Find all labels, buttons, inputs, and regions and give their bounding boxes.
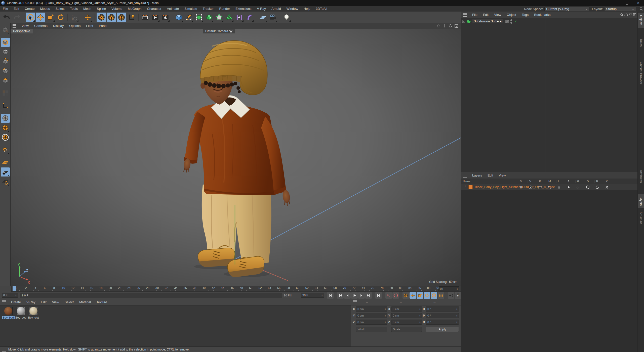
scale-dropdown[interactable]: Scale⌄ xyxy=(391,327,422,332)
key-scale-button[interactable] xyxy=(417,292,423,299)
menu-panel[interactable]: Panel xyxy=(96,23,110,29)
workplane-lock-button[interactable] xyxy=(1,167,10,177)
menu-v-ray[interactable]: V-Ray xyxy=(254,6,269,12)
render-view-button[interactable] xyxy=(140,13,150,22)
animation-flag-icon[interactable] xyxy=(566,185,575,189)
side-tab-structure[interactable]: Structure xyxy=(638,209,644,227)
undo-button[interactable] xyxy=(2,13,12,22)
menu-display[interactable]: Display xyxy=(50,23,67,29)
axis-z-button[interactable]: Z xyxy=(117,13,126,22)
menu-view[interactable]: View xyxy=(496,173,508,178)
end-frame-field[interactable]: 90 F ▴▾ xyxy=(301,293,324,298)
key-position-button[interactable] xyxy=(410,292,416,299)
magnet-tool-button[interactable] xyxy=(1,145,10,154)
bevel-generator-button[interactable] xyxy=(204,13,214,22)
spinner-icon[interactable]: ▴▾ xyxy=(456,321,457,323)
subdivision-surface-button[interactable] xyxy=(194,13,204,22)
side-tab-takes[interactable]: Takes xyxy=(638,36,644,49)
spinner-icon[interactable]: ▴▾ xyxy=(385,314,386,317)
minimal-timeline-button[interactable] xyxy=(455,292,461,299)
object-row[interactable]: Subdivision Surface ✓ xyxy=(461,19,638,24)
view-flag-icon[interactable] xyxy=(528,185,537,189)
home-icon[interactable] xyxy=(624,13,628,17)
menu-spline[interactable]: Spline xyxy=(94,6,109,12)
filter-icon[interactable] xyxy=(628,13,632,17)
menu-window[interactable]: Window xyxy=(284,6,301,12)
menu-options[interactable]: Options xyxy=(66,23,83,29)
dolly-view-icon[interactable] xyxy=(441,24,447,28)
model-mode-button[interactable] xyxy=(1,38,10,47)
material-thumbnail-tan-sphere[interactable] xyxy=(29,307,38,315)
keyframe-options-button[interactable] xyxy=(403,292,409,299)
menu-view[interactable]: View xyxy=(491,12,504,18)
record-keyframe-button[interactable] xyxy=(385,292,392,299)
snap-2d-button[interactable]: S xyxy=(1,123,10,132)
prev-key-button[interactable] xyxy=(337,292,344,299)
coordinate-field[interactable]: 0 cm▴▾ xyxy=(356,313,387,318)
workplane-axis-button[interactable] xyxy=(1,101,10,110)
side-tab-attributes[interactable]: Attributes xyxy=(638,167,644,185)
material-name[interactable]: Boy_clot xyxy=(28,316,39,319)
xref-flag-icon[interactable] xyxy=(604,185,614,189)
expressions-flag-icon[interactable] xyxy=(594,185,604,189)
menu-file[interactable]: File xyxy=(469,12,480,18)
menu-simulate[interactable]: Simulate xyxy=(182,6,200,12)
next-key-button[interactable] xyxy=(365,292,372,299)
timeline-slider[interactable]: ‖ 0 F xyxy=(20,293,282,298)
menu-tools[interactable]: Tools xyxy=(67,6,80,12)
minimize-button[interactable]: — xyxy=(610,0,621,6)
play-button[interactable] xyxy=(351,292,358,299)
camera-object-button[interactable] xyxy=(268,13,278,22)
menu-mesh[interactable]: Mesh xyxy=(80,6,94,12)
menu-filter[interactable]: Filter xyxy=(83,23,96,29)
material-item[interactable]: Boy_bod xyxy=(15,307,27,319)
menu-render[interactable]: Render xyxy=(216,6,233,12)
menu-bookmarks[interactable]: Bookmarks xyxy=(531,12,553,18)
rotate-view-icon[interactable] xyxy=(447,24,453,28)
menu-mograph[interactable]: MoGraph xyxy=(125,6,144,12)
render-settings-button[interactable] xyxy=(160,13,170,22)
render-picture-viewer-button[interactable] xyxy=(150,13,160,22)
cloner-button[interactable] xyxy=(224,13,234,22)
spinner-icon[interactable]: ▴▾ xyxy=(419,321,420,323)
solo-flag-icon[interactable] xyxy=(518,185,528,189)
side-tab-objects[interactable]: Objects xyxy=(638,13,644,28)
rotate-button[interactable] xyxy=(56,13,65,22)
key-pla-button[interactable] xyxy=(438,292,444,299)
deformers-flag-icon[interactable] xyxy=(585,185,594,189)
world-dropdown[interactable]: World⌄ xyxy=(356,327,387,332)
menu-animate[interactable]: Animate xyxy=(164,6,182,12)
generators-flag-icon[interactable] xyxy=(575,185,585,189)
spinner-icon[interactable]: ▴▾ xyxy=(457,288,458,290)
viewport-menu-icon[interactable] xyxy=(13,24,16,28)
layer-row[interactable]: └ Black_Baby_Boy_Light_Skinned_Outdoor_S… xyxy=(461,184,638,190)
lock-flag-icon[interactable] xyxy=(556,185,566,189)
spinner-icon[interactable]: ▴▾ xyxy=(456,308,457,310)
move-button[interactable] xyxy=(36,13,45,22)
menu-volume[interactable]: Volume xyxy=(109,6,125,12)
prev-frame-button[interactable] xyxy=(344,292,351,299)
snap-toggle-button[interactable]: S xyxy=(1,114,10,123)
view-label[interactable]: Perspective xyxy=(11,29,33,33)
scale-button[interactable] xyxy=(46,13,55,22)
menu-tracker[interactable]: Tracker xyxy=(200,6,217,12)
coordinate-field[interactable]: 0 °▴▾ xyxy=(426,313,459,318)
menu-view[interactable]: View xyxy=(19,23,31,29)
edge-mode-button[interactable] xyxy=(1,66,10,75)
menu-create[interactable]: Create xyxy=(22,6,37,12)
coordinate-field[interactable]: 0 cm▴▾ xyxy=(391,320,422,325)
polygon-mode-button[interactable] xyxy=(1,76,10,85)
menu-edit[interactable]: Edit xyxy=(11,6,22,12)
render-flag-icon[interactable] xyxy=(537,185,547,189)
viewport[interactable]: ViewCamerasDisplayOptionsFilterPanel xyxy=(11,23,461,286)
viewport-scene[interactable]: Y Z X Perspective Default Camera Grid Sp… xyxy=(11,29,461,286)
spinner-icon[interactable]: ▴▾ xyxy=(419,314,420,317)
spinner-icon[interactable]: ▴▾ xyxy=(419,308,420,310)
side-tab-layers[interactable]: Layers xyxy=(638,194,644,208)
coordinate-field[interactable]: 0 cm▴▾ xyxy=(356,306,387,312)
connect-objects-button[interactable] xyxy=(234,13,244,22)
material-name[interactable]: Boy_bod xyxy=(2,316,14,319)
start-frame-field[interactable]: 0 F ▴▾ xyxy=(2,293,18,298)
floor-object-button[interactable] xyxy=(258,13,268,22)
maximize-button[interactable]: ▢ xyxy=(621,0,633,6)
